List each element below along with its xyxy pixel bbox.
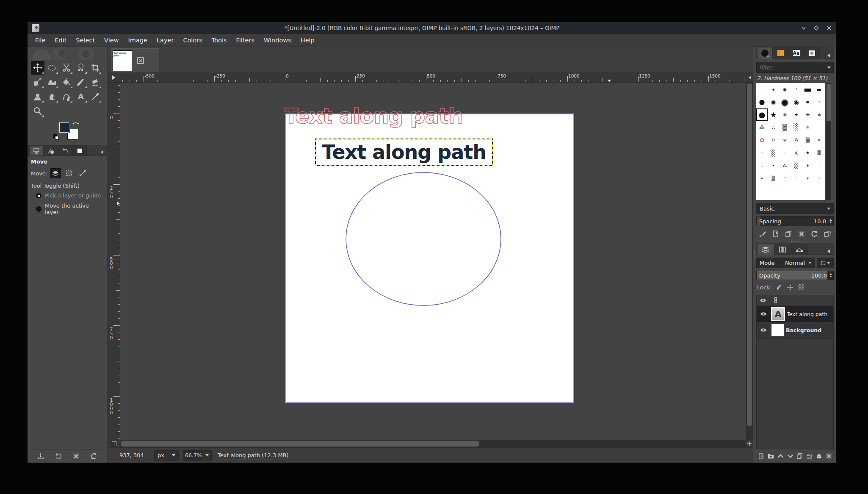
horizontal-ruler[interactable]: -500 -250 0 250 500 750 1000 1250 1500 (120, 73, 746, 83)
tool-move[interactable] (31, 61, 44, 75)
canvas-menu-button[interactable] (746, 73, 753, 83)
delete-layer-button[interactable] (825, 452, 832, 460)
brush-thumbnail[interactable]: ★ (802, 147, 813, 159)
brush-thumbnail[interactable]: ✶ (813, 134, 825, 147)
new-layer-group-button[interactable] (767, 452, 774, 460)
brush-thumbnail[interactable]: ⁂ (779, 159, 791, 172)
brush-thumbnail[interactable]: ✶ (756, 172, 768, 185)
brush-thumbnail[interactable]: ∗ (813, 108, 825, 121)
vertical-ruler[interactable]: 0 250 500 750 1000 (108, 83, 120, 440)
brush-scrollbar-thumb[interactable] (827, 84, 831, 121)
open-brush-as-image-icon[interactable] (824, 230, 831, 238)
brush-thumbnail[interactable]: ⁂ (756, 121, 768, 134)
horizontal-scrollbar-thumb[interactable] (121, 441, 479, 447)
brush-thumbnail[interactable]: ● (802, 96, 813, 108)
menu-view[interactable]: View (100, 35, 123, 45)
default-colors-icon[interactable] (53, 134, 59, 140)
tool-zoom[interactable] (31, 104, 44, 118)
brush-thumbnail[interactable]: ◉ (791, 96, 802, 108)
brush-thumbnail[interactable]: ✶ (779, 108, 791, 121)
brush-group-select[interactable]: Basic, (756, 203, 834, 214)
brush-thumbnail[interactable]: ▬ (802, 83, 813, 96)
brush-thumbnail[interactable]: ∘ (813, 96, 825, 108)
close-icon[interactable] (827, 25, 832, 31)
link-column-header[interactable] (769, 295, 782, 305)
blend-space-switch-button[interactable] (817, 258, 834, 268)
brush-grid-scrollbar[interactable] (826, 83, 831, 200)
foreground-color-swatch[interactable] (59, 122, 70, 133)
tab-document-history[interactable] (804, 47, 820, 59)
dock-collapse-button[interactable] (825, 52, 832, 59)
raise-layer-button[interactable] (777, 452, 784, 460)
brush-thumbnail[interactable]: · (813, 159, 825, 172)
unit-dropdown[interactable]: px (154, 450, 179, 461)
tool-scissors-select[interactable] (60, 61, 73, 75)
move-layer-mode-button[interactable] (50, 168, 61, 178)
canvas-viewport[interactable]: Text along path Text along path (120, 83, 746, 440)
new-brush-icon[interactable] (772, 230, 780, 238)
brush-thumbnail[interactable]: • (813, 172, 825, 185)
opacity-spinner[interactable] (828, 271, 833, 280)
delete-brush-icon[interactable] (798, 230, 805, 238)
tool-paths[interactable] (60, 90, 73, 103)
radio-move-active-layer[interactable]: Move the active layer (36, 203, 104, 215)
spacing-spinner[interactable] (828, 216, 833, 226)
radio-pick-layer[interactable]: Pick a layer or guide (36, 192, 104, 199)
dock-resize-grip[interactable] (756, 240, 834, 243)
brush-thumbnail[interactable]: ● (768, 83, 779, 96)
opacity-slider[interactable]: Opacity 100.0 (756, 271, 834, 280)
vertical-scrollbar[interactable] (746, 83, 753, 440)
delete-tool-preset-button[interactable] (71, 451, 81, 461)
brush-thumbnail[interactable]: ∴ (756, 159, 768, 172)
move-selection-mode-button[interactable] (64, 168, 75, 178)
tool-ellipse-select[interactable] (45, 61, 59, 75)
menu-image[interactable]: Image (124, 35, 152, 45)
brush-thumbnail[interactable]: ★ (768, 108, 779, 121)
text-layer-boundary[interactable]: Text along path (315, 139, 493, 166)
chevron-down-icon[interactable] (827, 67, 831, 69)
tab-image-thumbnail[interactable] (72, 145, 87, 155)
tool-color-picker[interactable] (88, 90, 102, 103)
eye-icon[interactable] (760, 327, 767, 333)
ruler-origin-button[interactable] (108, 73, 120, 83)
duplicate-layer-button[interactable] (796, 452, 803, 460)
minimize-icon[interactable] (801, 25, 806, 31)
brush-thumbnail[interactable]: ⁂ (791, 134, 802, 147)
tab-fonts[interactable]: Aa (788, 47, 804, 59)
quick-mask-toggle[interactable] (108, 440, 120, 447)
zoom-dropdown-button[interactable] (202, 450, 212, 461)
eye-icon[interactable] (760, 311, 767, 316)
brush-thumbnail[interactable]: ∗ (802, 159, 813, 172)
brush-thumbnail[interactable]: ▒ (802, 134, 813, 147)
brush-thumbnail[interactable]: · (791, 172, 802, 185)
menu-layer[interactable]: Layer (152, 35, 178, 45)
menu-windows[interactable]: Windows (260, 35, 296, 45)
tool-smudge[interactable] (45, 90, 59, 103)
brush-thumbnail[interactable]: ∵ (779, 172, 791, 185)
tool-select-by-color[interactable] (74, 61, 88, 75)
tool-text[interactable]: A (74, 90, 88, 103)
menu-file[interactable]: File (31, 35, 50, 45)
brush-thumbnail[interactable]: • (791, 83, 802, 96)
maximize-icon[interactable] (814, 25, 819, 31)
brush-thumbnail[interactable]: ▒ (768, 172, 779, 185)
vertical-scrollbar-thumb[interactable] (747, 83, 752, 426)
tool-crop[interactable] (88, 61, 102, 75)
brush-thumbnail[interactable]: ✳ (802, 172, 813, 185)
horizontal-scrollbar[interactable] (120, 440, 746, 447)
menu-help[interactable]: Help (296, 35, 319, 45)
menu-select[interactable]: Select (72, 35, 99, 45)
brush-thumbnail[interactable]: ✦ (791, 108, 802, 121)
add-layer-mask-button[interactable] (815, 452, 823, 460)
brush-grid[interactable]: ·●●•▬▬●●●◉●∘●★✶✦✳∗⁂∴▒░✳·✿✿∗⁂▒✶∵░·✳★▒∴•⁂░… (756, 83, 825, 200)
lower-layer-button[interactable] (787, 452, 794, 460)
brush-thumbnail[interactable]: ░ (768, 147, 779, 159)
brush-filter-input[interactable] (759, 64, 827, 71)
menu-colors[interactable]: Colors (179, 35, 206, 45)
layer-row-background[interactable]: Background (757, 322, 833, 338)
brush-thumbnail[interactable]: ░ (791, 159, 802, 172)
tool-clone[interactable] (31, 90, 44, 103)
layer-row-text[interactable]: A Text along path (757, 306, 833, 322)
reset-tool-options-button[interactable] (89, 451, 99, 461)
brush-thumbnail[interactable]: · (779, 147, 791, 159)
